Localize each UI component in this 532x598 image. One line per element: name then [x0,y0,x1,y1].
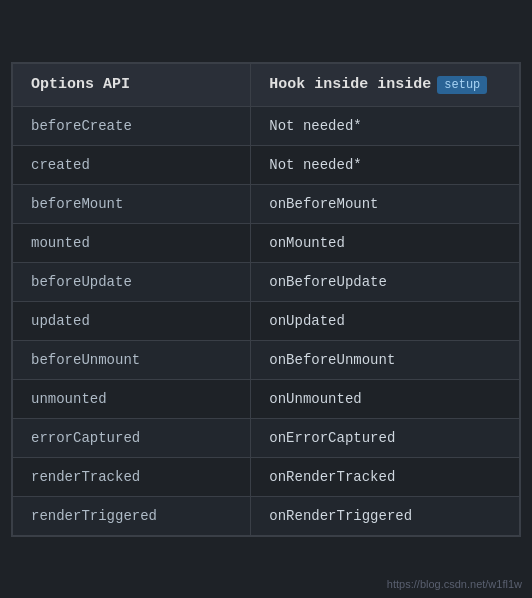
col1-header: Options API [13,63,251,106]
table-row: errorCapturedonErrorCaptured [13,418,520,457]
table-row: mountedonMounted [13,223,520,262]
hook-cell: onUnmounted [251,379,520,418]
hook-cell: onMounted [251,223,520,262]
options-api-cell: mounted [13,223,251,262]
hook-cell: onBeforeMount [251,184,520,223]
watermark: https://blog.csdn.net/w1fl1w [387,578,522,590]
table-row: beforeMountonBeforeMount [13,184,520,223]
table-row: beforeUnmountonBeforeUnmount [13,340,520,379]
hook-cell: onRenderTracked [251,457,520,496]
setup-badge: setup [437,76,487,94]
hook-cell: onErrorCaptured [251,418,520,457]
hook-cell: onBeforeUnmount [251,340,520,379]
options-api-cell: beforeUpdate [13,262,251,301]
col2-header-content: Hook inside inside setup [269,76,501,94]
table-row: beforeCreateNot needed* [13,106,520,145]
options-api-cell: renderTracked [13,457,251,496]
hook-cell: onBeforeUpdate [251,262,520,301]
hook-cell: onRenderTriggered [251,496,520,535]
table-row: renderTrackedonRenderTracked [13,457,520,496]
options-api-cell: renderTriggered [13,496,251,535]
col2-header-text: Hook inside inside [269,76,431,93]
table-body: beforeCreateNot needed*createdNot needed… [13,106,520,535]
options-api-cell: created [13,145,251,184]
options-api-cell: beforeMount [13,184,251,223]
table-row: unmountedonUnmounted [13,379,520,418]
table-row: renderTriggeredonRenderTriggered [13,496,520,535]
table-container: Options API Hook inside inside setup bef… [11,62,521,537]
table-row: createdNot needed* [13,145,520,184]
hook-cell: Not needed* [251,145,520,184]
col2-header: Hook inside inside setup [251,63,520,106]
options-api-cell: unmounted [13,379,251,418]
hook-cell: onUpdated [251,301,520,340]
page-wrapper: Options API Hook inside inside setup bef… [0,0,532,598]
hook-cell: Not needed* [251,106,520,145]
lifecycle-table: Options API Hook inside inside setup bef… [12,63,520,536]
table-header-row: Options API Hook inside inside setup [13,63,520,106]
options-api-cell: beforeUnmount [13,340,251,379]
table-row: updatedonUpdated [13,301,520,340]
options-api-cell: updated [13,301,251,340]
col1-header-text: Options API [31,76,130,93]
options-api-cell: errorCaptured [13,418,251,457]
options-api-cell: beforeCreate [13,106,251,145]
table-row: beforeUpdateonBeforeUpdate [13,262,520,301]
